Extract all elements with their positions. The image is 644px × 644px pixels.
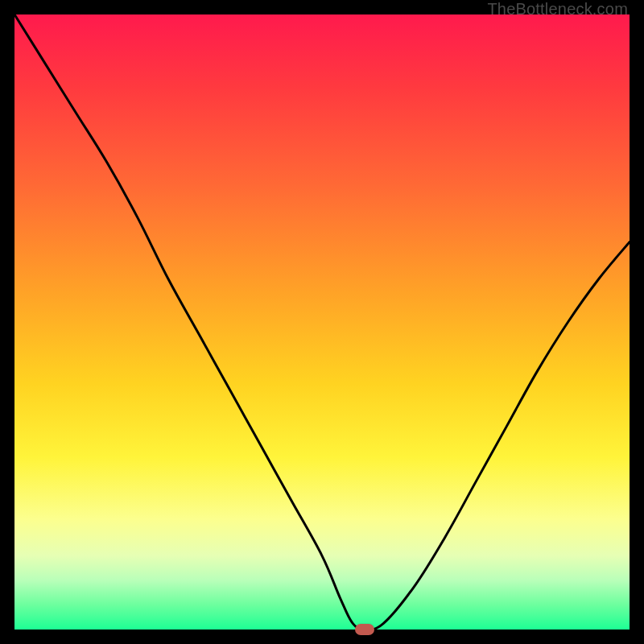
chart-frame: TheBottleneck.com [0, 0, 644, 644]
min-marker [355, 624, 374, 635]
curve-svg [14, 14, 630, 630]
bottleneck-curve [14, 14, 630, 630]
plot-area [14, 14, 630, 630]
